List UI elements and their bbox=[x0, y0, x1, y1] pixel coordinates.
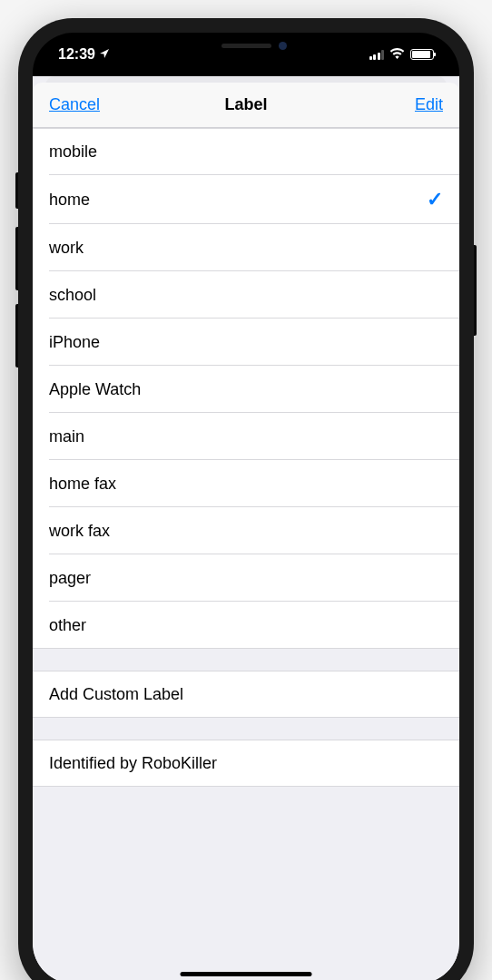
label-item[interactable]: home✓ bbox=[33, 175, 459, 224]
label-item[interactable]: school bbox=[33, 271, 459, 318]
volume-up-button bbox=[15, 227, 18, 290]
front-camera bbox=[279, 42, 287, 50]
nav-title: Label bbox=[224, 95, 267, 114]
location-icon bbox=[99, 48, 110, 62]
add-custom-label-text: Add Custom Label bbox=[49, 685, 183, 704]
add-custom-group: Add Custom Label bbox=[33, 671, 459, 718]
label-item[interactable]: iPhone bbox=[33, 318, 459, 366]
nav-bar: Cancel Label Edit bbox=[33, 83, 459, 128]
edit-button[interactable]: Edit bbox=[389, 95, 443, 114]
label-item[interactable]: home fax bbox=[33, 460, 459, 507]
label-text: other bbox=[49, 616, 86, 635]
label-text: iPhone bbox=[49, 333, 100, 352]
status-left: 12:39 bbox=[58, 46, 110, 63]
label-text: home bbox=[49, 191, 90, 210]
cancel-button[interactable]: Cancel bbox=[49, 95, 103, 114]
speaker bbox=[221, 44, 271, 48]
label-item[interactable]: pager bbox=[33, 554, 459, 602]
custom-label-text: Identified by RoboKiller bbox=[49, 754, 217, 773]
custom-labels-group: Identified by RoboKiller bbox=[33, 740, 459, 787]
list-container: mobilehome✓workschooliPhoneApple Watchma… bbox=[33, 128, 459, 980]
add-custom-label-button[interactable]: Add Custom Label bbox=[33, 671, 459, 718]
label-item[interactable]: main bbox=[33, 413, 459, 460]
battery-icon bbox=[410, 49, 434, 60]
label-text: Apple Watch bbox=[49, 380, 141, 399]
notch bbox=[155, 33, 337, 58]
home-indicator[interactable] bbox=[181, 972, 312, 976]
label-item[interactable]: work bbox=[33, 224, 459, 271]
checkmark-icon: ✓ bbox=[427, 188, 443, 211]
label-text: pager bbox=[49, 569, 91, 588]
label-item[interactable]: work fax bbox=[33, 507, 459, 554]
volume-down-button bbox=[15, 304, 18, 368]
phone-screen: 12:39 bbox=[33, 33, 459, 980]
label-item[interactable]: Apple Watch bbox=[33, 366, 459, 413]
side-button bbox=[15, 172, 18, 209]
status-time: 12:39 bbox=[58, 46, 95, 63]
wifi-icon bbox=[389, 46, 405, 63]
label-text: home fax bbox=[49, 475, 116, 494]
modal-sheet: Cancel Label Edit mobilehome✓workschooli… bbox=[33, 83, 459, 980]
labels-group: mobilehome✓workschooliPhoneApple Watchma… bbox=[33, 128, 459, 649]
label-item[interactable]: other bbox=[33, 602, 459, 649]
custom-label-item[interactable]: Identified by RoboKiller bbox=[33, 740, 459, 787]
label-text: work bbox=[49, 239, 84, 258]
label-text: work fax bbox=[49, 522, 110, 541]
phone-frame: 12:39 bbox=[18, 18, 474, 980]
label-text: school bbox=[49, 286, 96, 305]
power-button bbox=[474, 245, 477, 336]
label-item[interactable]: mobile bbox=[33, 128, 459, 175]
label-text: main bbox=[49, 427, 84, 446]
status-right bbox=[369, 46, 435, 63]
signal-icon bbox=[369, 50, 385, 60]
app-content: Cancel Label Edit mobilehome✓workschooli… bbox=[33, 76, 459, 980]
label-text: mobile bbox=[49, 142, 97, 162]
